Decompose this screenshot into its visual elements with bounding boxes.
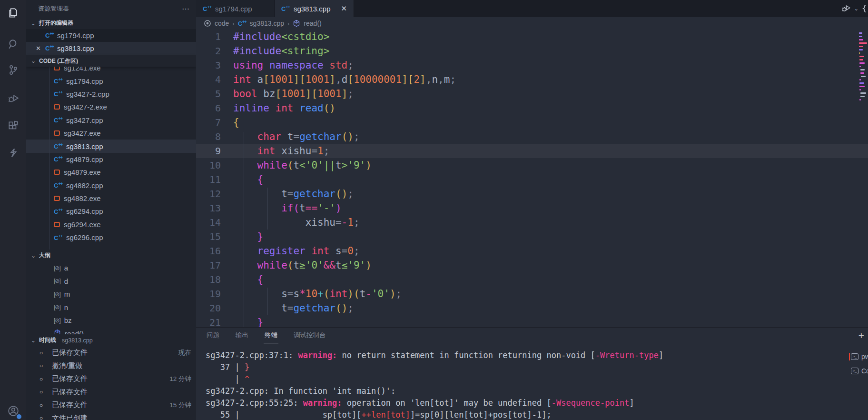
file-tree-item[interactable]: sg3427.exe <box>26 127 196 140</box>
breadcrumb-item-symbol[interactable]: read() <box>304 20 321 27</box>
file-tree-item[interactable]: sg6294.exe <box>26 218 196 231</box>
file-tree-item[interactable]: sg4879.exe <box>26 166 196 179</box>
code-line[interactable]: 6inline int read() <box>196 101 868 115</box>
outline-item[interactable]: read() <box>26 327 196 335</box>
chevron-down-icon: ⌄ <box>30 20 37 27</box>
file-tree-item[interactable]: C++sg3427.cpp <box>26 114 196 127</box>
code-line[interactable]: 21 } <box>196 315 868 327</box>
code-line[interactable]: 4int a[1001][1001],d[10000001][2],n,m; <box>196 72 868 87</box>
terminal-output[interactable]: sg3427-2.cpp:37:1: warning: no return st… <box>196 343 868 420</box>
timeline-timestamp: 现在 <box>178 349 191 357</box>
tab-terminal[interactable]: 终端 <box>264 329 278 341</box>
line-number: 2 <box>196 44 233 58</box>
code-line[interactable]: 7{ <box>196 115 868 130</box>
line-number: 20 <box>196 301 233 315</box>
indent-guide <box>267 188 268 230</box>
terminal-instance[interactable]: >_Co <box>849 364 868 378</box>
file-name: sg6296.cpp <box>66 233 103 241</box>
source-control-icon[interactable] <box>6 63 20 77</box>
minimap-bar <box>859 32 862 34</box>
breadcrumb: code › C++ sg3813.cpp › read() <box>196 17 868 30</box>
open-editor-item[interactable]: C++ sg1794.cpp <box>26 29 196 42</box>
exe-file-icon <box>54 196 60 201</box>
tab-sg3813[interactable]: C++ sg3813.cpp ✕ <box>275 0 354 17</box>
open-editor-item-active[interactable]: ✕ C++ sg3813.cpp <box>26 42 196 55</box>
code-line[interactable]: 18 { <box>196 272 868 287</box>
tab-debug-console[interactable]: 调试控制台 <box>293 329 327 341</box>
timeline-item[interactable]: ○已保存文件 <box>26 386 196 399</box>
code-line[interactable]: 1#include<cstdio> <box>196 30 868 44</box>
line-number: 5 <box>196 87 233 101</box>
timeline-item[interactable]: ○已保存文件15 分钟 <box>26 399 196 412</box>
code-line[interactable]: 3using namespace std; <box>196 58 868 72</box>
outline-item[interactable]: [⊘]n <box>26 301 196 314</box>
close-icon[interactable]: ✕ <box>36 45 41 52</box>
close-icon[interactable]: ✕ <box>341 4 347 13</box>
file-tree-item[interactable]: sg1241.exe <box>26 67 196 74</box>
extensions-icon[interactable] <box>6 119 20 133</box>
code-line[interactable]: 20 t=getchar(); <box>196 301 868 315</box>
indent-guide <box>244 132 244 327</box>
line-number: 10 <box>196 158 233 172</box>
file-tree-item[interactable]: C++sg6296.cpp <box>26 231 196 244</box>
file-tree-item[interactable]: C++sg3813.cpp <box>26 140 196 152</box>
run-debug-icon[interactable] <box>841 3 851 15</box>
outline-item[interactable]: [⊘]d <box>26 275 196 288</box>
chevron-down-icon[interactable]: ⌄ <box>854 6 858 12</box>
minimap-line <box>859 98 868 101</box>
file-tree-item[interactable]: C++sg4879.cpp <box>26 153 196 166</box>
breadcrumb-item-file[interactable]: sg3813.cpp <box>250 20 284 27</box>
timeline-item[interactable]: ○撤消/重做 <box>26 360 196 373</box>
file-tree-item[interactable]: sg4882.exe <box>26 192 196 205</box>
minimap-line <box>859 58 868 61</box>
code-line[interactable]: 2#include<string> <box>196 44 868 58</box>
search-icon[interactable] <box>6 37 20 51</box>
code-line[interactable]: 13 if(t=='-') <box>196 201 868 215</box>
file-tree-item[interactable]: C++sg3427-2.cpp <box>26 88 196 100</box>
outline-item[interactable]: [⊘]m <box>26 288 196 301</box>
code-line[interactable]: 17 while(t≥'0'&&t≤'9') <box>196 258 868 272</box>
file-tree: sg1241.exeC++sg1794.cppC++sg3427-2.cppsg… <box>26 67 196 250</box>
outline-item[interactable]: [⊘]a <box>26 261 196 275</box>
workspace-header[interactable]: ⌄ CODE (工作区) <box>26 55 196 67</box>
code-line[interactable]: 12 t=getchar(); <box>196 187 868 201</box>
minimap-bar <box>859 59 863 60</box>
timeline-item[interactable]: ○文件已创建 <box>26 412 196 420</box>
partial-icon[interactable] <box>861 3 868 14</box>
outline-item[interactable]: [⊘]bz <box>26 314 196 327</box>
tab-bar: C++ sg1794.cpp C++ sg3813.cpp ✕ ⌄ <box>196 0 868 17</box>
terminal-instance[interactable]: >_pws <box>849 350 868 364</box>
explorer-icon[interactable] <box>6 6 20 20</box>
code-line[interactable]: 19 s=s*10+(int)(t-'0'); <box>196 287 868 301</box>
code-line[interactable]: 14 xishu=-1; <box>196 215 868 230</box>
breadcrumb-item-folder[interactable]: code <box>215 20 229 27</box>
tab-output[interactable]: 输出 <box>235 329 249 341</box>
tools-icon[interactable] <box>6 146 20 160</box>
code-line[interactable]: 8 char t=getchar(); <box>196 130 868 144</box>
file-tree-item[interactable]: C++sg1794.cpp <box>26 74 196 87</box>
account-icon[interactable] <box>6 404 20 418</box>
code-editor[interactable]: 1#include<cstdio>2#include<string>3using… <box>196 30 868 327</box>
timeline-header[interactable]: ⌄ 时间线 sg3813.cpp <box>26 334 196 346</box>
file-tree-item[interactable]: C++sg4882.cpp <box>26 179 196 192</box>
outline-header[interactable]: ⌄ 大纲 <box>26 250 196 261</box>
code-line[interactable]: 5bool bz[1001][1001]; <box>196 87 868 101</box>
code-line[interactable]: 11 { <box>196 172 868 187</box>
file-tree-item[interactable]: sg3427-2.exe <box>26 100 196 113</box>
tab-sg1794[interactable]: C++ sg1794.cpp <box>196 0 275 17</box>
code-line[interactable]: 9 int xishu=1; <box>196 144 868 158</box>
tab-problems[interactable]: 问题 <box>206 329 220 341</box>
run-debug-icon[interactable] <box>6 91 20 106</box>
minimap[interactable] <box>859 31 868 101</box>
open-editors-header[interactable]: ⌄ 打开的编辑器 <box>26 17 196 29</box>
file-tree-item[interactable]: C++sg6294.cpp <box>26 205 196 218</box>
new-terminal-button[interactable]: + <box>858 331 864 340</box>
code-line[interactable]: 10 while(t<'0'||t>'9') <box>196 158 868 172</box>
timeline-item[interactable]: ○已保存文件现在 <box>26 346 196 360</box>
code-line[interactable]: 16 register int s=0; <box>196 244 868 258</box>
code-lines: 1#include<cstdio>2#include<string>3using… <box>196 30 868 327</box>
sidebar-more-actions[interactable]: ⋯ <box>182 4 190 13</box>
minimap-bar <box>859 52 860 54</box>
code-line[interactable]: 15 } <box>196 230 868 244</box>
timeline-item[interactable]: ○已保存文件12 分钟 <box>26 372 196 386</box>
